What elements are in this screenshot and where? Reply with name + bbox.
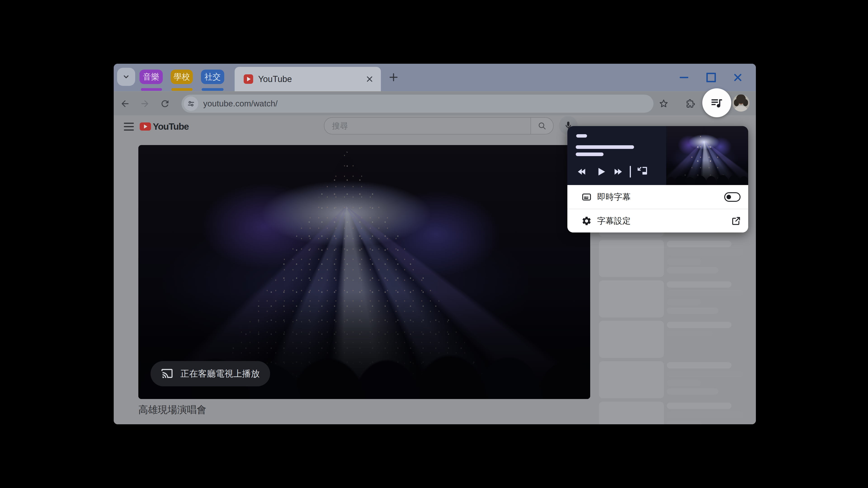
bookmark-star-icon[interactable] — [654, 92, 674, 116]
queue-music-icon — [710, 96, 724, 110]
desktop: 音樂 學校 社交 YouTube — [0, 0, 868, 488]
live-caption-label: 即時字幕 — [597, 191, 724, 203]
open-in-new-icon — [731, 216, 741, 226]
window-maximize-button[interactable] — [701, 64, 721, 91]
skeleton-thumbnail — [599, 321, 664, 358]
tab-strip: 音樂 學校 社交 YouTube — [114, 64, 756, 91]
suggestion-skeleton-item — [599, 402, 756, 424]
casting-status-pill: 正在客廳電視上播放 — [151, 361, 270, 386]
media-controls-popup: 即時字幕 字幕設定 — [567, 126, 748, 232]
tab-title: YouTube — [258, 74, 292, 84]
picture-in-picture-button[interactable] — [636, 165, 649, 178]
window-close-button[interactable] — [727, 64, 748, 91]
controls-divider — [630, 166, 631, 177]
address-bar[interactable]: youtube.com/watch/ — [182, 95, 653, 113]
tab-group-underline-music — [141, 88, 162, 91]
gear-icon — [581, 216, 592, 226]
live-caption-icon — [581, 192, 592, 202]
media-session-card — [567, 126, 748, 185]
site-settings-icon[interactable] — [184, 96, 198, 111]
new-tab-button[interactable] — [386, 70, 401, 85]
youtube-logo-text: YouTube — [153, 121, 189, 132]
tab-group-underline-social — [202, 88, 223, 91]
suggestion-skeleton-item — [599, 361, 756, 398]
skeleton-thumbnail — [599, 240, 664, 277]
casting-status-text: 正在客廳電視上播放 — [180, 367, 260, 380]
tab-group-school[interactable]: 學校 — [170, 70, 193, 84]
video-title: 高雄現場演唱會 — [138, 403, 206, 416]
suggestion-skeleton-item — [599, 281, 756, 318]
skeleton-thumbnail — [599, 402, 664, 424]
url-text: youtube.com/watch/ — [203, 99, 278, 108]
active-tab-youtube[interactable]: YouTube — [235, 67, 381, 91]
menu-hamburger-icon[interactable] — [122, 119, 136, 134]
search-button[interactable] — [530, 118, 553, 134]
toggle-knob — [726, 195, 731, 199]
skeleton-thumbnail — [599, 361, 664, 398]
suggestion-skeleton-item — [599, 321, 756, 358]
live-caption-toggle[interactable] — [724, 192, 741, 202]
tab-group-underline-school — [171, 88, 193, 91]
media-artist-placeholder — [576, 153, 603, 156]
search-icon — [537, 121, 547, 131]
skeleton-thumbnail — [599, 281, 664, 318]
tab-search-button[interactable] — [117, 68, 135, 86]
media-controls-toolbar-button[interactable] — [702, 88, 731, 117]
reload-button[interactable] — [155, 92, 175, 116]
close-icon — [733, 72, 743, 83]
media-title-placeholder — [576, 145, 634, 149]
media-artwork-thumbnail — [666, 126, 748, 185]
extensions-puzzle-icon[interactable] — [680, 92, 700, 116]
previous-track-button[interactable] — [576, 165, 589, 178]
tab-close-icon[interactable] — [365, 74, 374, 84]
browser-toolbar: youtube.com/watch/ — [114, 91, 756, 116]
suggestion-skeleton-item — [599, 240, 756, 277]
cast-icon — [161, 367, 174, 380]
window-minimize-button[interactable] — [674, 64, 694, 91]
avatar[interactable] — [733, 94, 749, 111]
tab-group-label: 學校 — [174, 71, 190, 83]
tab-group-social[interactable]: 社交 — [201, 70, 224, 84]
back-button[interactable] — [115, 92, 135, 116]
video-player[interactable]: 正在客廳電視上播放 — [138, 145, 590, 399]
forward-button[interactable] — [135, 92, 155, 116]
youtube-favicon — [244, 74, 253, 84]
minimize-icon — [680, 77, 688, 78]
live-caption-row[interactable]: 即時字幕 — [567, 185, 748, 209]
caption-settings-label: 字幕設定 — [597, 215, 731, 227]
search-input[interactable]: 搜尋 — [332, 121, 530, 131]
chevron-down-icon — [122, 73, 130, 80]
next-track-button[interactable] — [612, 165, 624, 178]
media-source-placeholder — [576, 134, 587, 138]
tab-group-label: 音樂 — [143, 71, 159, 83]
tab-group-label: 社交 — [205, 71, 221, 83]
browser-window: 音樂 學校 社交 YouTube — [114, 64, 756, 424]
search-bar[interactable]: 搜尋 — [324, 117, 554, 134]
maximize-icon — [706, 73, 716, 82]
youtube-logo[interactable]: YouTube — [140, 119, 189, 135]
caption-settings-row[interactable]: 字幕設定 — [567, 209, 748, 232]
concert-artwork — [666, 126, 748, 185]
youtube-play-icon — [140, 123, 151, 131]
play-button[interactable] — [594, 165, 608, 178]
tab-group-music[interactable]: 音樂 — [140, 70, 163, 84]
